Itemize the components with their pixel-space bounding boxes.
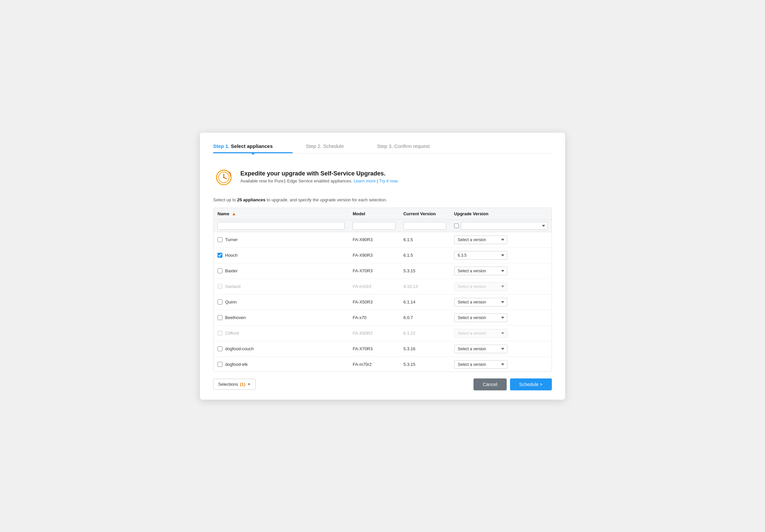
upgrade-version-cell: Select a version (450, 325, 551, 341)
model-cell: FA-m70r2 (349, 357, 399, 372)
model-filter-input[interactable] (353, 222, 395, 230)
description-text: Select up to 25 appliances to upgrade, a… (213, 197, 552, 202)
model-cell: FA-X50R2 (349, 325, 399, 341)
name-cell: Garland (214, 279, 349, 294)
appliances-table-container: Name ▲ Model Current Version Upgrade Ver… (213, 208, 552, 372)
table-row: BeethovenFA-x706.0.7Select a version (214, 310, 551, 325)
table-body: TurnerFA-X90R36.1.5Select a versionHooch… (214, 232, 551, 372)
table-row: GarlandFA-m10r24.10.13Select a version (214, 279, 551, 294)
modal-footer: Selections (1) ▼ Cancel Schedule > (213, 379, 552, 391)
model-cell: FA-X90R3 (349, 232, 399, 248)
version-select[interactable]: Select a version (454, 329, 507, 338)
appliances-data-table: TurnerFA-X90R36.1.5Select a versionHooch… (214, 232, 551, 372)
try-it-link[interactable]: Try it now. (379, 178, 399, 183)
row-checkbox[interactable] (218, 268, 223, 273)
appliance-name: Baxter (225, 268, 238, 273)
upgrade-version-cell: Select a version (450, 279, 551, 294)
appliance-name: Quinn (225, 300, 237, 305)
current-version-cell: 5.3.15 (399, 357, 450, 372)
version-select[interactable]: Select a version (454, 345, 507, 353)
upgrade-banner: Expedite your upgrade with Self-Service … (213, 163, 552, 191)
appliance-name: dogfood-elk (225, 362, 248, 367)
appliance-name: Beethoven (225, 315, 246, 320)
name-cell: Quinn (214, 294, 349, 310)
model-cell: FA-X90R3 (349, 247, 399, 263)
banner-description: Available now for Pure1 Edge Service ena… (240, 178, 399, 183)
step-2[interactable]: Step 2. Schedule (306, 143, 364, 152)
model-cell: FA-X50R3 (349, 294, 399, 310)
cv-filter-cell (399, 220, 450, 232)
current-version-cell: 6.1.14 (399, 294, 450, 310)
table-row: HoochFA-X90R36.1.56.3.56.3.5 (214, 247, 551, 263)
uv-filter-select[interactable] (461, 222, 547, 230)
name-cell: dogfood-couch (214, 341, 349, 357)
model-filter-cell (349, 220, 399, 232)
table-filter-row (214, 220, 551, 232)
current-version-cell: 5.3.16 (399, 341, 450, 357)
current-version-cell: 6.0.7 (399, 310, 450, 325)
model-cell: FA-X70R3 (349, 341, 399, 357)
row-checkbox[interactable] (218, 315, 223, 320)
version-select[interactable]: Select a version (454, 298, 507, 307)
table-row: dogfood-couchFA-X70R35.3.16Select a vers… (214, 341, 551, 357)
cv-filter-input[interactable] (403, 222, 446, 230)
version-select[interactable]: Select a version (454, 313, 507, 322)
upgrade-version-cell: Select a version (450, 294, 551, 310)
appliance-name: Hooch (225, 253, 238, 258)
col-model-header: Model (349, 208, 399, 220)
current-version-cell: 5.3.15 (399, 263, 450, 279)
appliance-name: Garland (225, 284, 240, 289)
name-filter-input[interactable] (218, 222, 345, 230)
table-row: CliffordFA-X50R26.1.22Select a version (214, 325, 551, 341)
col-name-header: Name ▲ (214, 208, 349, 220)
step-1[interactable]: Step 1. Select appliances (213, 143, 293, 153)
name-cell: Beethoven (214, 310, 349, 325)
uv-filter-checkbox[interactable] (454, 223, 459, 228)
row-checkbox[interactable] (218, 237, 223, 242)
step-3[interactable]: Step 3. Confirm request (377, 143, 449, 152)
footer-action-buttons: Cancel Schedule > (473, 379, 552, 391)
table-row: dogfood-elkFA-m70r25.3.15Select a versio… (214, 357, 551, 372)
row-checkbox[interactable] (218, 253, 223, 258)
model-cell: FA-m10r2 (349, 279, 399, 294)
current-version-cell: 6.1.5 (399, 232, 450, 248)
version-select[interactable]: Select a version (454, 282, 507, 291)
row-checkbox[interactable] (218, 300, 223, 305)
model-cell: FA-X70R3 (349, 263, 399, 279)
version-select[interactable]: Select a version (454, 235, 507, 244)
col-uv-header: Upgrade Version (450, 208, 551, 220)
selections-button[interactable]: Selections (1) ▼ (213, 379, 256, 390)
schedule-button[interactable]: Schedule > (510, 379, 552, 391)
appliance-name: Clifford (225, 331, 239, 336)
upgrade-version-cell: Select a version (450, 232, 551, 248)
learn-more-link[interactable]: Learn more (354, 178, 376, 183)
col-cv-header: Current Version (399, 208, 450, 220)
row-checkbox[interactable] (218, 346, 223, 351)
name-cell: Clifford (214, 325, 349, 341)
name-cell: Baxter (214, 263, 349, 279)
version-select[interactable]: Select a version (454, 360, 507, 369)
current-version-cell: 6.1.5 (399, 247, 450, 263)
table-row: TurnerFA-X90R36.1.5Select a version (214, 232, 551, 248)
version-select[interactable]: Select a version (454, 267, 507, 275)
cancel-button[interactable]: Cancel (473, 379, 507, 391)
current-version-cell: 6.1.22 (399, 325, 450, 341)
version-select[interactable]: 6.3.56.3.5 (454, 251, 507, 260)
upgrade-version-cell: Select a version (450, 357, 551, 372)
current-version-cell: 4.10.13 (399, 279, 450, 294)
clock-icon (213, 166, 235, 187)
chevron-down-icon: ▼ (247, 383, 251, 386)
sort-icon[interactable]: ▲ (232, 211, 236, 216)
table-row: QuinnFA-X50R36.1.14Select a version (214, 294, 551, 310)
table-row: BaxterFA-X70R35.3.15Select a version (214, 263, 551, 279)
banner-text: Expedite your upgrade with Self-Service … (240, 170, 399, 183)
step-active-indicator (250, 152, 256, 155)
appliances-table: Name ▲ Model Current Version Upgrade Ver… (214, 208, 551, 232)
row-checkbox[interactable] (218, 331, 223, 336)
row-checkbox[interactable] (218, 284, 223, 289)
name-filter-cell (214, 220, 349, 232)
table-scroll-body[interactable]: TurnerFA-X90R36.1.5Select a versionHooch… (214, 232, 551, 372)
row-checkbox[interactable] (218, 362, 223, 367)
upgrade-version-cell: Select a version (450, 263, 551, 279)
selections-count: (1) (240, 382, 245, 387)
